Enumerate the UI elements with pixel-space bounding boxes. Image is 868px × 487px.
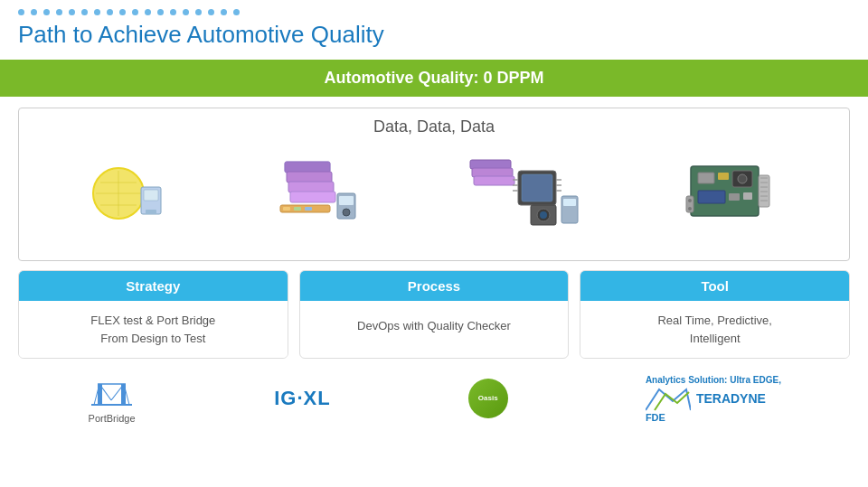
svg-point-53 <box>688 199 692 202</box>
tool-body: Real Time, Predictive, Intelligent <box>580 301 849 358</box>
process-body: DevOps with Quality Checker <box>300 301 569 351</box>
dot <box>157 9 164 15</box>
svg-rect-16 <box>294 207 301 211</box>
dot <box>56 9 62 15</box>
wafer-image <box>87 155 168 228</box>
svg-rect-44 <box>743 192 752 200</box>
dot <box>233 9 240 15</box>
chip-pcb-svg <box>466 153 583 229</box>
teradyne-logo: Analytics Solution: Ultra EDGE, TERADYNE… <box>646 375 781 423</box>
svg-rect-25 <box>522 174 552 201</box>
portbridge-logo: PortBridge <box>87 373 137 424</box>
process-header: Process <box>300 271 569 301</box>
strategy-header: Strategy <box>19 271 288 301</box>
main-content: Data, Data, Data <box>0 97 868 366</box>
tool-header: Tool <box>580 271 849 301</box>
server-stack-svg <box>267 153 366 229</box>
process-card: Process DevOps with Quality Checker <box>299 270 570 359</box>
svg-point-41 <box>738 174 747 183</box>
svg-rect-42 <box>698 191 725 203</box>
svg-rect-43 <box>729 193 740 201</box>
hardware-images-row <box>37 144 831 239</box>
oasis-circle: Oasis <box>468 379 508 418</box>
svg-rect-11 <box>287 172 332 183</box>
pcb-board-svg <box>682 153 781 229</box>
strategy-card: Strategy FLEX test & Port Bridge From De… <box>18 270 288 359</box>
dot <box>43 9 50 15</box>
svg-point-20 <box>343 209 350 216</box>
dot <box>183 9 189 15</box>
oasis-logo: Oasis <box>468 379 508 418</box>
svg-rect-38 <box>698 173 714 183</box>
portbridge-svg <box>87 373 137 409</box>
svg-rect-36 <box>563 199 576 206</box>
svg-rect-13 <box>290 192 335 202</box>
svg-rect-12 <box>288 182 334 192</box>
pcb-board-image <box>682 153 781 229</box>
strategy-process-tool-cards: Strategy FLEX test & Port Bridge From De… <box>18 270 850 359</box>
automotive-quality-banner: Automotive Quality: 0 DPPM <box>0 60 868 97</box>
strategy-body: FLEX test & Port Bridge From Design to T… <box>19 301 288 358</box>
dot <box>132 9 138 15</box>
strategy-line1: FLEX test & Port Bridge <box>90 312 215 330</box>
svg-point-34 <box>540 211 547 219</box>
dot <box>221 9 227 15</box>
dot <box>18 9 24 15</box>
dot <box>119 9 126 15</box>
logos-row: PortBridge IG·XL Oasis Analytics Solutio… <box>0 366 868 424</box>
tool-card: Tool Real Time, Predictive, Intelligent <box>580 270 850 359</box>
svg-rect-15 <box>283 207 290 211</box>
portbridge-label: PortBridge <box>89 413 136 424</box>
decorative-dots <box>0 0 868 19</box>
fde-text: FDE <box>646 412 665 423</box>
teradyne-brand-text: TERADYNE <box>696 391 766 406</box>
oasis-text: Oasis <box>478 394 498 403</box>
svg-rect-7 <box>144 190 158 201</box>
chip-pcb-image <box>466 153 583 229</box>
tool-line1: Real Time, Predictive, <box>657 312 771 330</box>
dot <box>94 9 100 15</box>
svg-rect-23 <box>474 176 514 185</box>
strategy-line2: From Design to Test <box>100 330 205 348</box>
data-section-box: Data, Data, Data <box>18 108 850 261</box>
analytics-text: Analytics Solution: Ultra EDGE, <box>646 375 781 385</box>
banner-text: Automotive Quality: 0 DPPM <box>324 69 543 87</box>
dot <box>31 9 37 15</box>
igxl-logo: IG·XL <box>274 387 330 410</box>
dot <box>145 9 151 15</box>
dot <box>208 9 214 15</box>
svg-rect-17 <box>305 207 312 211</box>
dot <box>69 9 75 15</box>
tool-line2: Intelligent <box>690 330 741 348</box>
svg-rect-39 <box>718 173 729 180</box>
dot <box>107 9 113 15</box>
dot <box>81 9 88 15</box>
svg-point-54 <box>688 207 692 211</box>
svg-rect-9 <box>285 162 330 173</box>
svg-rect-19 <box>339 196 354 205</box>
page-title: Path to Achieve Automotive Quality <box>0 19 868 60</box>
dot <box>170 9 176 15</box>
data-section-title: Data, Data, Data <box>37 117 831 136</box>
process-line1: DevOps with Quality Checker <box>357 317 511 335</box>
igxl-text: IG·XL <box>274 387 330 409</box>
analytics-chart-svg <box>646 385 691 412</box>
dot <box>195 9 202 15</box>
svg-rect-8 <box>146 210 156 214</box>
wafer-svg <box>87 155 168 228</box>
server-stack-image <box>267 153 366 229</box>
